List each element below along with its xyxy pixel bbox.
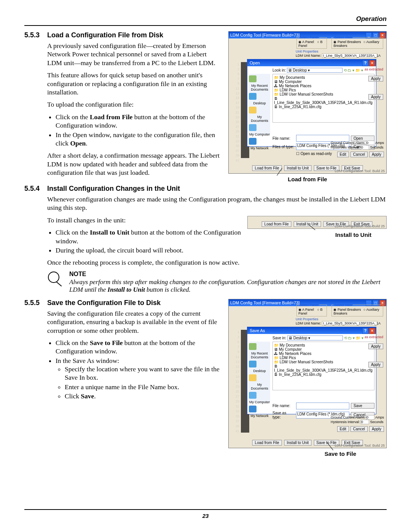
fig-open: LDM Config Tool [Firmware Build=73] _□ ×…	[228, 31, 387, 174]
sec553-p3: To upload the configuration file:	[47, 100, 222, 109]
sec-554-num: 5.5.4	[24, 185, 47, 193]
sec553-li2: In the Open window, navigate to the conf…	[56, 131, 222, 148]
note-block: NOTE Always perform this step after maki…	[47, 271, 387, 294]
page-number: 23	[0, 513, 411, 519]
sec554-p1: Whenever configuration changes are made …	[47, 195, 387, 212]
dialog-close-icon[interactable]: ×	[369, 60, 375, 66]
sec-553-title: Load a Configuration File from Disk	[47, 31, 163, 39]
status-bar: LDM Configuration Tool: Build 25	[335, 169, 385, 173]
note-text: Always perform this step after making ch…	[69, 278, 387, 294]
cancel-button[interactable]: Cancel	[350, 152, 368, 157]
sec-553-num: 5.5.3	[24, 31, 47, 39]
save-button[interactable]: Save	[351, 403, 374, 409]
sec553-p1: A previously saved configuration file—cr…	[47, 42, 222, 67]
sec-555-num: 5.5.5	[24, 299, 47, 307]
page-header: Operation	[24, 15, 387, 23]
sec554-p2: To install changes in the unit:	[47, 216, 241, 224]
edit-button[interactable]: Edit	[337, 152, 349, 157]
top-rule	[24, 25, 387, 26]
apply-button-2[interactable]: Apply	[368, 94, 383, 100]
sec555-li2b: Enter a unique name in the File Name box…	[65, 383, 222, 391]
save-file-name-input[interactable]	[296, 403, 349, 409]
sec553-p2: This feature allows for quick setup base…	[47, 71, 222, 96]
install-to-unit-button[interactable]: Install to Unit	[284, 440, 312, 446]
callout-save-to-file: Save to File	[228, 451, 387, 457]
sec554-li1: Click on the Install to Unit button at t…	[56, 228, 241, 245]
sec555-li1: Click on the Save to File button at the …	[56, 339, 222, 356]
sec-555-title: Save the Configuration File to Disk	[47, 299, 161, 307]
callout-install-to-unit: Install to Unit	[247, 231, 387, 238]
load-from-file-button[interactable]: Load from File	[252, 165, 282, 171]
sec554-li2: During the upload, the circuit board wil…	[56, 246, 241, 254]
install-to-unit-button[interactable]: Install to Unit	[294, 221, 321, 227]
help-icon[interactable]: ?	[362, 60, 368, 66]
sec555-li2c: Click Save.	[65, 392, 222, 400]
note-title: NOTE	[69, 271, 387, 278]
sec555-li2a: Specify the location where you want to s…	[65, 365, 222, 382]
fig-install: Load from File Install to Unit Save to F…	[247, 216, 387, 229]
apply-button[interactable]: Apply	[369, 152, 384, 157]
load-from-file-button[interactable]: Load from File	[262, 221, 292, 227]
fig-saveas: LDM Config Tool [Firmware Build=73] _□ ×…	[228, 299, 387, 448]
sec555-li2: In the Save As window: Specify the locat…	[56, 356, 222, 401]
apply-button[interactable]: Apply	[368, 76, 383, 81]
install-to-unit-button[interactable]: Install to Unit	[284, 165, 312, 171]
sec-554-title: Install Configuration Changes in the Uni…	[47, 185, 180, 193]
open-dialog: Open ? × Look in: 🖥 Desktop ▾ ⟲ 🗀 ▾ 📁 ▾ …	[247, 59, 376, 147]
saveas-dialog: Save As ? × Save in: 🖥 Desktop ▾ ⟲ 🗀 ▾ 📁…	[247, 327, 376, 414]
sec553-p4: After a short delay, a confirmation mess…	[47, 151, 222, 177]
load-from-file-button[interactable]: Load from File	[252, 440, 282, 446]
dialog-close-icon[interactable]: ×	[369, 328, 375, 334]
sec555-p1: Saving the configuration file creates a …	[47, 309, 222, 335]
help-icon[interactable]: ?	[362, 328, 368, 334]
sec553-li1: Click on the Load from File button at th…	[56, 113, 222, 130]
magnifier-icon	[47, 271, 64, 288]
sec554-p3: Once the rebooting process is complete, …	[47, 258, 387, 267]
bottom-rule	[24, 509, 387, 510]
callout-load-from-file: Load from File	[228, 176, 387, 182]
